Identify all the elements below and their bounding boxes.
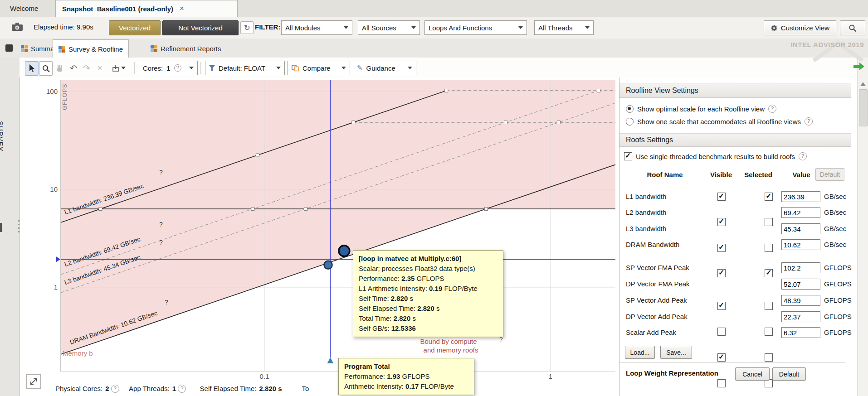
selected-checkbox[interactable] bbox=[765, 193, 773, 201]
default-roofs-button[interactable]: Default bbox=[815, 168, 844, 181]
compare-dropdown[interactable]: Compare bbox=[288, 61, 350, 75]
survey-side-strip[interactable]: SURVEY bbox=[0, 58, 20, 396]
vectorized-toggle[interactable]: Vectorized bbox=[109, 20, 161, 35]
visible-checkbox[interactable] bbox=[717, 328, 726, 336]
selected-checkbox[interactable] bbox=[765, 353, 773, 362]
guidance-dropdown[interactable]: ✎ Guidance bbox=[353, 61, 416, 75]
visible-checkbox[interactable] bbox=[717, 379, 726, 387]
visible-checkbox[interactable] bbox=[717, 269, 726, 277]
cursor-icon bbox=[29, 64, 35, 72]
default-weight-button[interactable]: Default bbox=[772, 367, 806, 381]
roof-unit: GFLOPS bbox=[824, 296, 852, 304]
save-button[interactable]: Save... bbox=[660, 346, 692, 359]
roof-value-input[interactable] bbox=[781, 295, 820, 306]
camera-icon bbox=[11, 22, 23, 31]
funnel-icon bbox=[209, 65, 215, 71]
roof-value-input[interactable] bbox=[781, 223, 820, 234]
undo-button[interactable]: ↶ bbox=[68, 61, 79, 75]
help-icon[interactable]: ? bbox=[799, 152, 807, 160]
panel-collapse-handle[interactable] bbox=[0, 223, 2, 232]
selected-checkbox[interactable] bbox=[765, 218, 773, 226]
vertical-scrollbar[interactable] bbox=[857, 58, 868, 396]
sources-dropdown[interactable]: All Sources bbox=[358, 20, 420, 35]
roof-unit: GFLOPS bbox=[824, 328, 852, 336]
close-tab-icon[interactable]: × bbox=[180, 4, 184, 13]
cancel-zoom-button[interactable]: × bbox=[95, 61, 105, 75]
tab-survey-roofline[interactable]: Survey & Roofline bbox=[53, 39, 129, 58]
roofline-chart[interactable]: 0.11100101GFLOPSL1 bandwidth: 236.39 GB/… bbox=[20, 77, 619, 382]
help-icon[interactable]: ? bbox=[174, 64, 181, 72]
roof-value-input[interactable] bbox=[781, 239, 820, 250]
visible-checkbox[interactable] bbox=[717, 218, 726, 226]
col-roof-name: Roof Name bbox=[638, 171, 692, 179]
help-icon[interactable]: ? bbox=[111, 385, 119, 393]
tooltip-row: Performance: 2.35 GFLOPS bbox=[359, 274, 497, 284]
roof-filter-dropdown[interactable]: Default: FLOAT bbox=[205, 61, 285, 75]
roof-value-input[interactable] bbox=[781, 279, 820, 290]
tooltip-row: Performance: 1.93 GFLOPS bbox=[344, 372, 468, 382]
refresh-button[interactable]: ↻ bbox=[240, 21, 254, 34]
visible-checkbox[interactable] bbox=[717, 353, 726, 362]
chevron-down-icon bbox=[189, 67, 194, 72]
selected-checkbox[interactable] bbox=[765, 244, 773, 252]
cancel-button[interactable]: Cancel bbox=[735, 367, 770, 381]
help-icon[interactable]: ? bbox=[805, 117, 813, 126]
expand-panel-arrow[interactable] bbox=[853, 63, 864, 72]
modules-dropdown[interactable]: All Modules bbox=[281, 20, 352, 35]
chevron-down-icon bbox=[344, 26, 348, 31]
guidance-icon: ✎ bbox=[357, 64, 363, 72]
visible-checkbox[interactable] bbox=[717, 244, 726, 252]
scrollbar-thumb[interactable] bbox=[859, 89, 868, 126]
help-icon[interactable]: ? bbox=[768, 105, 776, 113]
help-icon[interactable]: ? bbox=[178, 385, 186, 393]
brand-watermark: INTEL ADVISOR 2019 bbox=[717, 41, 864, 48]
search-button[interactable] bbox=[840, 20, 865, 35]
radio-icon[interactable] bbox=[626, 118, 634, 126]
radio-icon[interactable] bbox=[626, 105, 634, 113]
tab-welcome[interactable]: Welcome bbox=[4, 0, 44, 16]
program-tooltip-title: Program Total bbox=[344, 362, 468, 372]
chart-toolbar: ↶ ↷ × Cores: 1 ? Default: FLOAT Compare bbox=[20, 58, 857, 77]
tooltip-row: Self Elapsed Time: 2.820 s bbox=[359, 304, 497, 314]
tooltip-row: Self Time: 2.820 s bbox=[359, 294, 497, 304]
cores-dropdown[interactable]: Cores: 1 ? bbox=[139, 61, 198, 75]
tooltip-row: L1 Arithmetic Intensity: 0.19 FLOP/Byte bbox=[359, 284, 497, 294]
svg-text:?: ? bbox=[159, 239, 163, 246]
magnifier-icon bbox=[42, 65, 50, 72]
roof-value-input[interactable] bbox=[781, 191, 820, 202]
selected-checkbox[interactable] bbox=[765, 302, 773, 310]
selected-checkbox[interactable] bbox=[765, 269, 773, 277]
snapshot-camera-button[interactable] bbox=[9, 20, 25, 34]
roof-value-input[interactable] bbox=[781, 207, 820, 218]
visible-checkbox[interactable] bbox=[717, 193, 726, 201]
roof-value-input[interactable] bbox=[781, 327, 820, 338]
selected-checkbox[interactable] bbox=[765, 328, 773, 336]
tab-refinement-reports[interactable]: Refinement Reports bbox=[145, 40, 226, 57]
svg-text:?: ? bbox=[159, 221, 163, 228]
scroll-up-icon[interactable] bbox=[860, 79, 866, 86]
status-bar: Physical Cores:2 ? App Threads:1 ? Self … bbox=[55, 385, 309, 393]
roof-value-input[interactable] bbox=[781, 262, 820, 273]
expand-chart-button[interactable] bbox=[26, 374, 41, 389]
customize-view-button[interactable]: Customize View bbox=[764, 20, 836, 35]
not-vectorized-toggle[interactable]: Not Vectorized bbox=[162, 20, 239, 35]
checkbox[interactable] bbox=[624, 152, 632, 160]
export-button[interactable] bbox=[110, 61, 128, 75]
load-button[interactable]: Load... bbox=[625, 346, 655, 359]
tooltip-row: Arithmetic Intensity: 0.17 FLOP/Byte bbox=[344, 382, 468, 391]
use-benchmark-checkbox-row[interactable]: Use single-threaded benchmark results to… bbox=[624, 151, 807, 161]
radio-optimal-scale[interactable]: Show optimal scale for each Roofline vie… bbox=[626, 104, 776, 114]
svg-text:?: ? bbox=[159, 169, 163, 176]
loops-functions-dropdown[interactable]: Loops And Functions bbox=[424, 20, 527, 35]
chevron-down-icon bbox=[518, 26, 523, 31]
visible-checkbox[interactable] bbox=[717, 302, 726, 310]
redo-button[interactable]: ↷ bbox=[81, 61, 92, 75]
roof-value-input[interactable] bbox=[781, 311, 820, 322]
svg-text:0.1: 0.1 bbox=[260, 372, 269, 380]
pan-tool-button[interactable] bbox=[53, 61, 66, 75]
zoom-tool-button[interactable] bbox=[39, 61, 53, 76]
threads-dropdown[interactable]: All Threads bbox=[534, 20, 594, 35]
radio-one-scale[interactable]: Show one scale that accommodates all Roo… bbox=[626, 116, 813, 126]
tab-snapshot[interactable]: Snapshot_Baseline001 (read-only) × bbox=[55, 0, 238, 17]
select-cursor-button[interactable] bbox=[25, 61, 39, 76]
